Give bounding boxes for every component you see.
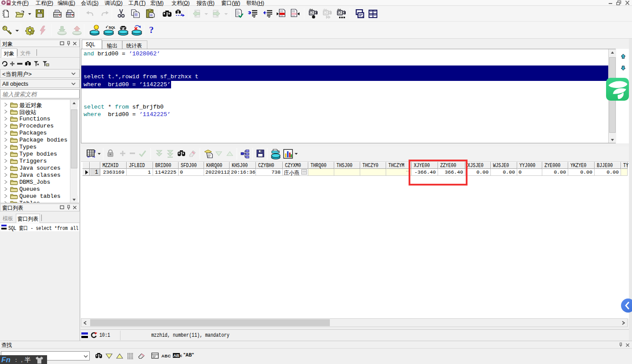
svg-text:SQL: SQL	[109, 25, 115, 29]
